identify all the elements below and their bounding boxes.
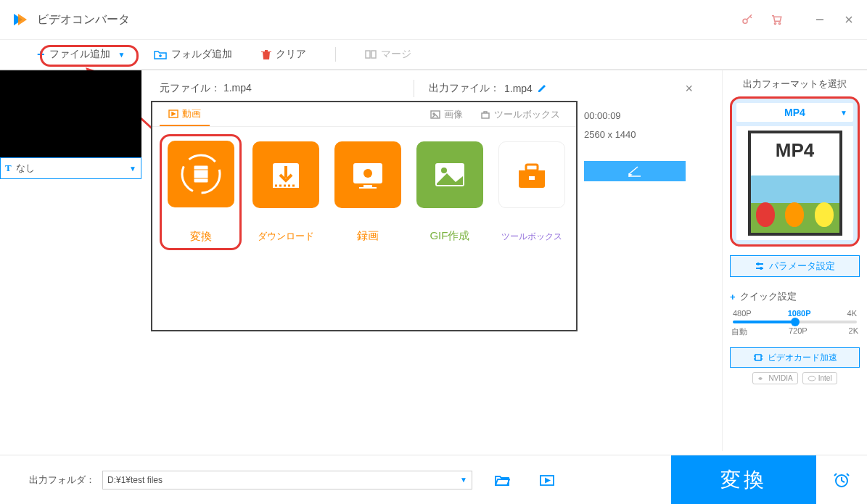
merge-label: マージ [381,48,411,61]
edit-icon [628,165,642,177]
titlebar: ビデオコンバータ [0,0,867,40]
open-folder-button[interactable] [494,474,510,487]
format-name: MP4 [784,107,805,118]
parameter-settings-button[interactable]: パラメータ設定 [730,255,860,277]
chevron-down-icon: ▼ [460,476,467,484]
toolbox-icon [480,110,490,119]
mode-panel: 動画 画像 ツールボックス 変換 [151,101,578,331]
quick-settings-header: + クイック設定 [730,290,860,303]
merge-button[interactable]: マージ [365,48,411,61]
minimize-button[interactable] [813,12,827,27]
resolution-slider[interactable] [733,321,857,323]
svg-rect-8 [366,51,370,58]
plus-icon: + [730,292,736,302]
remove-file-button[interactable]: × [685,81,693,96]
balloon-icon [785,202,804,227]
svg-point-2 [778,22,780,24]
svg-point-35 [441,168,447,173]
intel-icon [808,375,816,382]
briefcase-icon [510,153,554,197]
tile-toolbox[interactable]: ツールボックス [494,141,569,243]
gif-icon [428,153,472,197]
output-folder-path: D:¥1¥test files [107,475,163,485]
subtitle-selector[interactable]: T なし ▼ [0,157,141,179]
format-preview[interactable]: MP4 [736,126,853,240]
svg-point-15 [433,113,435,115]
svg-rect-18 [194,165,208,183]
video-folder-button[interactable] [539,474,555,487]
tile-convert-label: 変換 [190,230,212,244]
balloon-icon [756,202,775,227]
sidebar: 出力フォーマットを選択 MP4 ▼ MP4 パラメータ設定 [722,70,867,451]
intel-badge: Intel [802,372,837,384]
gpu-accel-button[interactable]: ビデオカード加速 [730,347,860,368]
add-folder-label: フォルダ追加 [171,48,232,61]
gpu-accel-label: ビデオカード加速 [768,352,837,364]
nvidia-icon [757,375,766,382]
output-folder-input[interactable]: D:¥1¥test files ▼ [102,471,472,489]
resolution-labels-bottom: 自動 720P 2K [730,326,860,337]
chevron-down-icon: ▼ [129,165,136,173]
output-file-label: 出力ファイル： [429,82,500,95]
source-file-label: 元ファイル： [160,82,221,94]
res-auto: 自動 [731,326,747,337]
tab-video[interactable]: 動画 [160,102,210,126]
schedule-button[interactable] [816,455,867,505]
tile-gif[interactable]: GIF作成 [413,141,488,243]
clear-button[interactable]: クリア [261,48,306,61]
tab-toolbox[interactable]: ツールボックス [472,102,569,126]
convert-button-label: 変換 [720,466,767,494]
edit-button[interactable] [584,161,686,181]
res-1080p: 1080P [788,309,811,318]
toolbar: + ファイル追加 ▼ フォルダ追加 クリア マージ [0,40,867,70]
tile-download[interactable]: ダウンロード [249,141,324,243]
key-icon[interactable] [740,12,755,27]
convert-button[interactable]: 変換 [671,455,816,505]
res-2k: 2K [849,326,858,337]
source-file-name: 1.mp4 [223,82,252,94]
tile-convert[interactable]: 変換 [160,134,242,250]
download-icon [264,153,308,197]
svg-point-1 [774,22,776,24]
close-button[interactable] [842,12,856,27]
tile-record[interactable]: 録画 [331,141,406,243]
app-logo-icon [11,11,28,28]
convert-icon [179,152,223,196]
cart-icon[interactable] [769,12,784,27]
svg-point-49 [808,376,815,381]
subtitle-value: なし [16,162,35,175]
file-resolution: 2560 x 1440 [584,125,636,144]
chip-icon [753,353,763,362]
pencil-icon[interactable] [537,83,547,94]
add-folder-button[interactable]: フォルダ追加 [154,48,232,61]
nvidia-badge: NVIDIA [752,372,797,384]
tab-toolbox-label: ツールボックス [494,108,560,121]
format-selector[interactable]: MP4 ▼ [736,103,853,122]
chevron-down-icon: ▼ [840,109,847,117]
svg-rect-9 [371,51,376,58]
svg-line-53 [842,481,845,482]
clear-label: クリア [276,48,306,61]
svg-point-0 [743,19,747,23]
add-file-dropdown[interactable]: ▼ [118,51,126,59]
svg-point-31 [363,169,372,178]
file-info-row: 元ファイル： 1.mp4 出力ファイル： 1.mp4 × [145,78,722,99]
sliders-icon [755,262,765,270]
image-icon [430,110,440,119]
add-file-label: ファイル追加 [49,48,110,61]
tile-download-label: ダウンロード [258,230,314,243]
parameter-settings-label: パラメータ設定 [769,260,835,273]
tab-image[interactable]: 画像 [422,102,472,126]
output-folder-label: 出力フォルダ： [29,474,95,487]
video-thumbnail[interactable] [0,70,141,157]
bottombar: 出力フォルダ： D:¥1¥test files ▼ 変換 [0,455,867,504]
tile-gif-label: GIF作成 [430,229,469,243]
plus-icon: + [37,47,45,62]
sidebar-title: 出力フォーマットを選択 [730,78,860,91]
format-preview-label: MP4 [751,139,839,162]
balloon-icon [815,202,834,227]
record-icon [346,153,390,197]
output-file-name: 1.mp4 [504,83,533,94]
slider-thumb[interactable] [791,318,800,326]
add-file-button[interactable]: + ファイル追加 [36,46,111,63]
